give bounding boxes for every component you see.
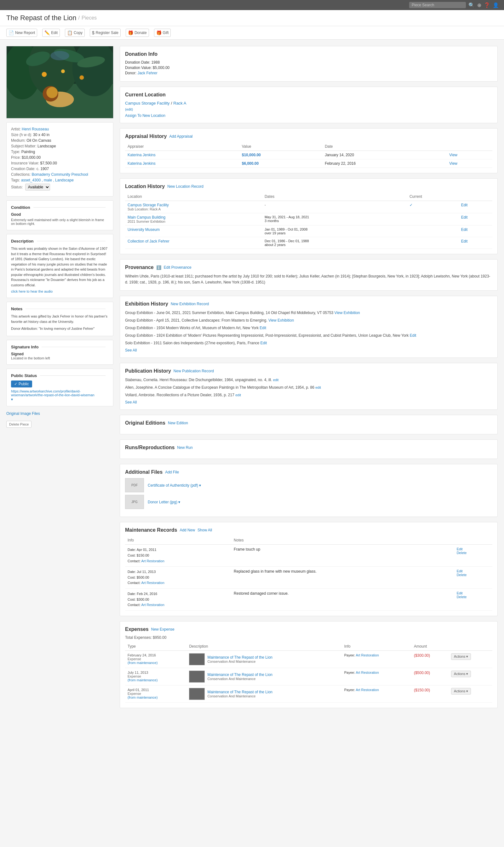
- appraisal-view-link[interactable]: View: [449, 161, 457, 166]
- donation-donor-link[interactable]: Jack Fehrer: [137, 71, 157, 75]
- add-appraisal-link[interactable]: Add Appraisal: [169, 134, 193, 139]
- exp-payee-link[interactable]: Art Restoration: [356, 688, 379, 692]
- new-report-button[interactable]: 📄 New Report: [6, 29, 37, 37]
- exp-thumbnail: [189, 688, 205, 700]
- exh-action-link[interactable]: View Exhibition: [268, 318, 294, 323]
- donate-button[interactable]: 🎁 Donate: [126, 29, 149, 37]
- location-edit-action[interactable]: Edit: [461, 228, 468, 232]
- exp-title-link[interactable]: Maintenance of The Repast of the Lion: [207, 655, 272, 660]
- exp-title-link[interactable]: Maintenance of The Repast of the Lion: [207, 672, 272, 677]
- location-edit-action[interactable]: Edit: [461, 215, 468, 219]
- exp-actions-button[interactable]: Actions ▾: [451, 653, 471, 660]
- breadcrumb-separator: /: [78, 15, 80, 21]
- location-edit-action[interactable]: Edit: [461, 239, 468, 244]
- file-name-link[interactable]: Donor Letter (jpg) ▾: [148, 500, 180, 504]
- public-url-link[interactable]: https://www.artworkarchive.com/profile/d…: [11, 389, 109, 397]
- exp-actions-button[interactable]: Actions ▾: [451, 671, 471, 677]
- publication-entries: Stabenau, Cornelia. Henri Rousseau: Die …: [125, 377, 492, 398]
- pub-edit-link[interactable]: edit: [235, 393, 241, 397]
- appraisal-thead: Appraiser Value Date: [125, 142, 492, 151]
- exp-category[interactable]: (from maintenance): [128, 678, 184, 682]
- new-expense-link[interactable]: New Expense: [151, 627, 175, 632]
- public-status-title: Public Status: [11, 373, 37, 378]
- svg-point-9: [61, 69, 65, 73]
- artist-link[interactable]: Henri Rousseau: [22, 127, 49, 131]
- user-icon[interactable]: 👤: [493, 2, 499, 8]
- exhibition-see-all-link[interactable]: See All: [125, 348, 137, 353]
- new-location-record-link[interactable]: New Location Record: [167, 184, 203, 189]
- register-sale-button[interactable]: $ Register Sale: [90, 29, 121, 37]
- notes-title: Notes: [11, 306, 22, 311]
- url-dropdown-icon[interactable]: ▾: [11, 397, 13, 402]
- pub-edit-link[interactable]: edit: [315, 385, 321, 389]
- file-name-link[interactable]: Certificate of Authenticity (pdf) ▾: [148, 483, 201, 488]
- maint-delete-link[interactable]: Delete: [457, 573, 490, 577]
- copy-button[interactable]: 📋 Copy: [65, 29, 85, 37]
- maint-contact-link[interactable]: Art Restoration: [141, 603, 164, 607]
- exp-title-link[interactable]: Maintenance of The Repast of the Lion: [207, 690, 272, 694]
- maintenance-row: Date: Jul 11, 2013 Cost: $500.00 Contact…: [125, 567, 492, 589]
- new-edition-link[interactable]: New Edition: [168, 421, 188, 425]
- delete-piece-button[interactable]: Delete Piece: [6, 421, 32, 428]
- location-name-link[interactable]: University Museum: [128, 228, 160, 232]
- new-run-link[interactable]: New Run: [177, 445, 193, 450]
- tags-value[interactable]: asset_4300 , male , Landscape: [21, 178, 74, 182]
- facility-link[interactable]: Campus Storage Facility: [125, 101, 170, 106]
- help-icon[interactable]: ❓: [484, 2, 490, 8]
- assign-location-link[interactable]: Assign To New Location: [125, 113, 165, 118]
- collections-link[interactable]: Bomaderry Community Preschool: [32, 172, 88, 177]
- exp-category[interactable]: (from maintenance): [128, 696, 184, 699]
- appraiser-link[interactable]: Katerina Jenkins: [128, 161, 156, 166]
- show-all-maintenance-link[interactable]: Show All: [198, 528, 212, 532]
- dollar-icon: $: [92, 30, 94, 35]
- audio-link[interactable]: click here to hear the audio: [11, 289, 109, 293]
- exp-payee-link[interactable]: Art Restoration: [356, 653, 379, 657]
- breadcrumb-parent[interactable]: Pieces: [82, 15, 97, 21]
- appraiser-link[interactable]: Katerina Jenkins: [128, 153, 156, 157]
- edit-button[interactable]: ✏️ Edit: [42, 29, 60, 37]
- location-name-link[interactable]: Campus Storage Facility: [128, 203, 169, 207]
- add-file-link[interactable]: Add File: [165, 470, 179, 474]
- exh-action-link[interactable]: Edit: [410, 333, 416, 338]
- edit-provenance-link[interactable]: Edit Provenance: [164, 265, 192, 270]
- maint-delete-link[interactable]: Delete: [457, 595, 490, 599]
- maint-delete-link[interactable]: Delete: [457, 551, 490, 555]
- gift-button[interactable]: 🎁 Gift: [154, 29, 171, 37]
- original-files-link[interactable]: Original Image Files: [6, 411, 113, 416]
- public-badge[interactable]: ✓ Public: [11, 380, 32, 388]
- appraisal-view-link[interactable]: View: [449, 153, 457, 157]
- maint-edit-link[interactable]: Edit: [457, 591, 490, 595]
- exh-action-link[interactable]: Edit: [260, 341, 267, 345]
- location-name-link[interactable]: Main Campus Building: [128, 215, 165, 219]
- add-icon[interactable]: ⊕: [477, 2, 481, 8]
- maint-contact-link[interactable]: Art Restoration: [141, 559, 164, 563]
- exp-payee-link[interactable]: Art Restoration: [356, 671, 379, 674]
- exp-category[interactable]: (from maintenance): [128, 661, 184, 665]
- appraisal-card: Appraisal History Add Appraisal Appraise…: [120, 128, 498, 173]
- maint-contact-link[interactable]: Art Restoration: [141, 581, 164, 584]
- maint-edit-link[interactable]: Edit: [457, 547, 490, 551]
- add-maintenance-link[interactable]: Add New: [180, 528, 195, 532]
- rack-link[interactable]: Rack A: [173, 101, 186, 106]
- location-name-link[interactable]: Collection of Jack Fehrer: [128, 239, 169, 244]
- location-edit-action[interactable]: Edit: [461, 203, 468, 207]
- new-publication-link[interactable]: New Publication Record: [174, 369, 214, 373]
- exh-action-link[interactable]: View Exhibition: [335, 310, 360, 315]
- search-icon[interactable]: 🔍: [468, 2, 475, 8]
- publication-see-all-link[interactable]: See All: [125, 400, 137, 404]
- location-edit-link[interactable]: (edit): [125, 107, 133, 111]
- status-select[interactable]: Available: [25, 184, 50, 191]
- exp-thead: Type Description Info Amount: [125, 642, 492, 651]
- maint-edit-link[interactable]: Edit: [457, 569, 490, 573]
- pub-edit-link[interactable]: edit: [273, 378, 279, 382]
- piece-search-input[interactable]: [409, 2, 466, 8]
- exp-actions-button[interactable]: Actions ▾: [451, 688, 471, 695]
- creation-row: Creation Date: c. 1907: [11, 167, 109, 171]
- location-dates: -: [262, 201, 407, 213]
- provenance-info-icon[interactable]: ℹ️: [156, 265, 161, 270]
- description-title: Description: [11, 239, 34, 244]
- donate-icon: 🎁: [128, 30, 133, 35]
- exh-action-link[interactable]: Edit: [259, 326, 266, 330]
- new-exhibition-link[interactable]: New Exhibition Record: [171, 302, 209, 306]
- exhibition-entry: Solo Exhibition - 1911 Salon des Indepen…: [125, 340, 492, 346]
